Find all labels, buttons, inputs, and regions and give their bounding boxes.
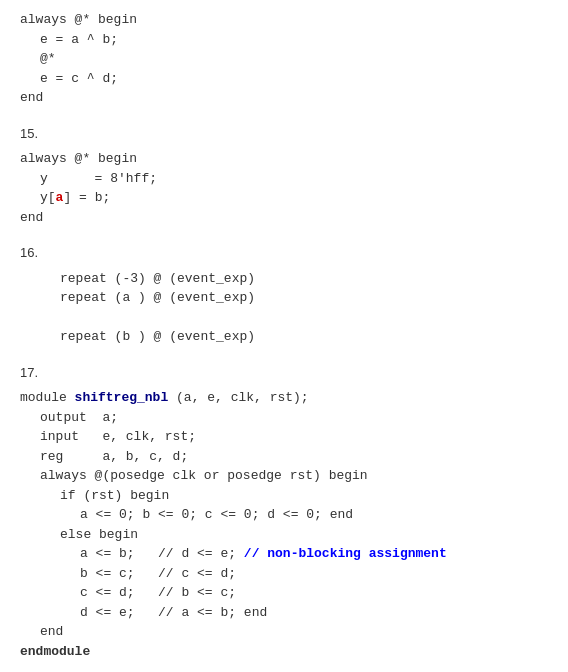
section-15: 15. always @* begin y = 8'hff; y[a] = b;… [20, 124, 548, 228]
code-line: repeat (-3) @ (event_exp) [20, 269, 548, 289]
section-17-code: module shiftreg_nbl (a, e, clk, rst); ou… [20, 388, 548, 661]
code-line: d <= e; // a <= b; end [20, 603, 548, 623]
code-line: if (rst) begin [20, 486, 548, 506]
code-line: repeat (a ) @ (event_exp) [20, 288, 548, 308]
section-17: 17. module shiftreg_nbl (a, e, clk, rst)… [20, 363, 548, 662]
code-line: a <= b; // d <= e; // non-blocking assig… [20, 544, 548, 564]
code-line: output a; [20, 408, 548, 428]
code-line: e = a ^ b; [20, 30, 548, 50]
code-line: always @(posedge clk or posedge rst) beg… [20, 466, 548, 486]
code-line: module shiftreg_nbl (a, e, clk, rst); [20, 388, 548, 408]
code-line: b <= c; // c <= d; [20, 564, 548, 584]
code-line: end [20, 88, 548, 108]
code-line: end [20, 622, 548, 642]
section-number-15: 15. [20, 124, 548, 144]
code-line: else begin [20, 525, 548, 545]
code-line: e = c ^ d; [20, 69, 548, 89]
code-line: y = 8'hff; [20, 169, 548, 189]
code-line [20, 308, 548, 328]
code-line: endmodule [20, 642, 548, 662]
code-line: c <= d; // b <= c; [20, 583, 548, 603]
code-line: y[a] = b; [20, 188, 548, 208]
section-16-code: repeat (-3) @ (event_exp) repeat (a ) @ … [20, 269, 548, 347]
code-line: input e, clk, rst; [20, 427, 548, 447]
section-number-16: 16. [20, 243, 548, 263]
code-line: always @* begin [20, 10, 548, 30]
section-16: 16. repeat (-3) @ (event_exp) repeat (a … [20, 243, 548, 347]
section-number-17: 17. [20, 363, 548, 383]
top-block: always @* begin e = a ^ b; @* e = c ^ d;… [20, 10, 548, 108]
code-line: repeat (b ) @ (event_exp) [20, 327, 548, 347]
code-line: reg a, b, c, d; [20, 447, 548, 467]
code-line: a <= 0; b <= 0; c <= 0; d <= 0; end [20, 505, 548, 525]
code-line: @* [20, 49, 548, 69]
code-line: always @* begin [20, 149, 548, 169]
section-15-code: always @* begin y = 8'hff; y[a] = b; end [20, 149, 548, 227]
code-line: end [20, 208, 548, 228]
code-container: always @* begin e = a ^ b; @* e = c ^ d;… [20, 10, 548, 661]
